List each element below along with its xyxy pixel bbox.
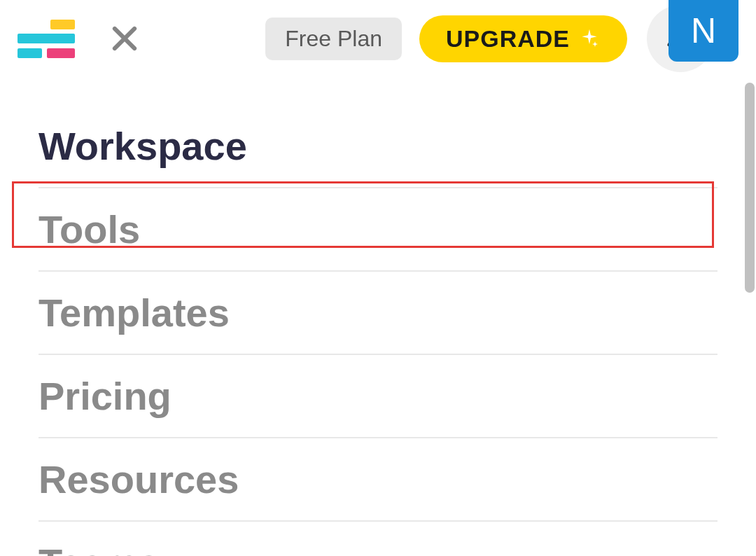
close-icon[interactable] <box>110 24 139 53</box>
avatar-initial: N <box>691 11 716 51</box>
header: Free Plan UPGRADE N <box>0 0 756 77</box>
menu-item-resources[interactable]: Resources <box>38 438 718 522</box>
menu-container: Workspace Tools Templates Pricing Resour… <box>0 77 756 556</box>
menu-item-teams[interactable]: Teams <box>38 522 718 556</box>
menu-item-pricing[interactable]: Pricing <box>38 355 718 438</box>
menu-item-workspace[interactable]: Workspace <box>38 105 718 188</box>
scrollbar[interactable] <box>745 83 755 293</box>
upgrade-button[interactable]: UPGRADE <box>419 15 627 62</box>
menu-item-tools[interactable]: Tools <box>38 188 718 272</box>
plan-badge: Free Plan <box>265 18 402 60</box>
sparkle-icon <box>578 27 601 50</box>
upgrade-label: UPGRADE <box>446 25 570 53</box>
logo[interactable] <box>18 20 75 58</box>
avatar[interactable]: N <box>668 0 738 62</box>
logo-container <box>18 20 75 58</box>
menu-item-templates[interactable]: Templates <box>38 272 718 355</box>
